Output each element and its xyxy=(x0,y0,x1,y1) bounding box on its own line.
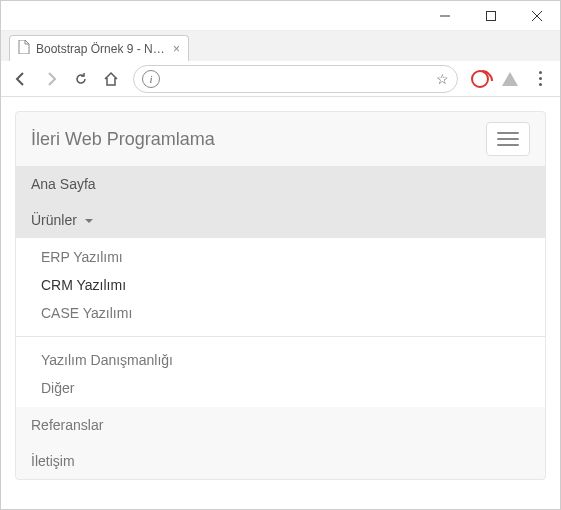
dropdown-link-crm[interactable]: CRM Yazılımı xyxy=(16,271,545,299)
address-bar[interactable]: i ☆ xyxy=(133,65,458,93)
nav-link-references[interactable]: Referanslar xyxy=(16,407,545,443)
dropdown-divider xyxy=(16,336,545,337)
hamburger-icon xyxy=(497,144,519,146)
dropdown-link-other[interactable]: Diğer xyxy=(16,374,545,402)
dropdown-link-consulting[interactable]: Yazılım Danışmanlığı xyxy=(16,346,545,374)
dropdown-link-erp[interactable]: ERP Yazılımı xyxy=(16,243,545,271)
browser-window: Bootstrap Örnek 9 - Nav × i ☆ İ xyxy=(0,0,561,510)
nav-item-home[interactable]: Ana Sayfa xyxy=(16,166,545,202)
tab-strip: Bootstrap Örnek 9 - Nav × xyxy=(1,31,560,61)
navbar-header: İleri Web Programlama xyxy=(16,112,545,166)
forward-button[interactable] xyxy=(37,65,65,93)
site-info-icon[interactable]: i xyxy=(142,70,160,88)
bookmark-star-icon[interactable]: ☆ xyxy=(436,71,449,87)
tab-close-icon[interactable]: × xyxy=(173,42,180,56)
browser-tab[interactable]: Bootstrap Örnek 9 - Nav × xyxy=(9,35,189,61)
back-button[interactable] xyxy=(7,65,35,93)
nav-item-references[interactable]: Referanslar xyxy=(16,407,545,443)
dropdown-products: ERP Yazılımı CRM Yazılımı CASE Yazılımı … xyxy=(16,238,545,407)
window-close-button[interactable] xyxy=(514,1,560,31)
browser-menu-button[interactable] xyxy=(526,65,554,93)
file-icon xyxy=(18,40,30,57)
dropdown-link-case[interactable]: CASE Yazılımı xyxy=(16,299,545,327)
window-minimize-button[interactable] xyxy=(422,1,468,31)
extension-opera-icon[interactable] xyxy=(466,65,494,93)
tab-title: Bootstrap Örnek 9 - Nav xyxy=(36,42,165,56)
reload-button[interactable] xyxy=(67,65,95,93)
nav-link-products[interactable]: Ürünler xyxy=(16,202,545,238)
nav-link-contact[interactable]: İletişim xyxy=(16,443,545,479)
dropdown-item-case[interactable]: CASE Yazılımı xyxy=(16,299,545,327)
navbar-toggle-button[interactable] xyxy=(486,122,530,156)
dropdown-item-erp[interactable]: ERP Yazılımı xyxy=(16,243,545,271)
nav-link-products-label: Ürünler xyxy=(31,212,77,228)
nav-list: Ana Sayfa Ürünler ERP Yazılımı CRM Yazıl… xyxy=(16,166,545,479)
home-button[interactable] xyxy=(97,65,125,93)
window-maximize-button[interactable] xyxy=(468,1,514,31)
svg-rect-1 xyxy=(487,11,496,20)
nav-link-home[interactable]: Ana Sayfa xyxy=(16,166,545,202)
dropdown-item-other[interactable]: Diğer xyxy=(16,374,545,402)
caret-down-icon xyxy=(85,219,93,223)
navbar: İleri Web Programlama Ana Sayfa Ürünler xyxy=(15,111,546,480)
hamburger-icon xyxy=(497,138,519,140)
browser-toolbar: i ☆ xyxy=(1,61,560,97)
extension-drive-icon[interactable] xyxy=(496,65,524,93)
navbar-brand[interactable]: İleri Web Programlama xyxy=(31,129,215,150)
dropdown-item-crm[interactable]: CRM Yazılımı xyxy=(16,271,545,299)
url-input[interactable] xyxy=(166,71,436,86)
window-titlebar xyxy=(1,1,560,31)
nav-item-products[interactable]: Ürünler ERP Yazılımı CRM Yazılımı CASE Y… xyxy=(16,202,545,407)
page-content: İleri Web Programlama Ana Sayfa Ürünler xyxy=(1,97,560,509)
nav-item-contact[interactable]: İletişim xyxy=(16,443,545,479)
hamburger-icon xyxy=(497,132,519,134)
dropdown-item-consulting[interactable]: Yazılım Danışmanlığı xyxy=(16,346,545,374)
